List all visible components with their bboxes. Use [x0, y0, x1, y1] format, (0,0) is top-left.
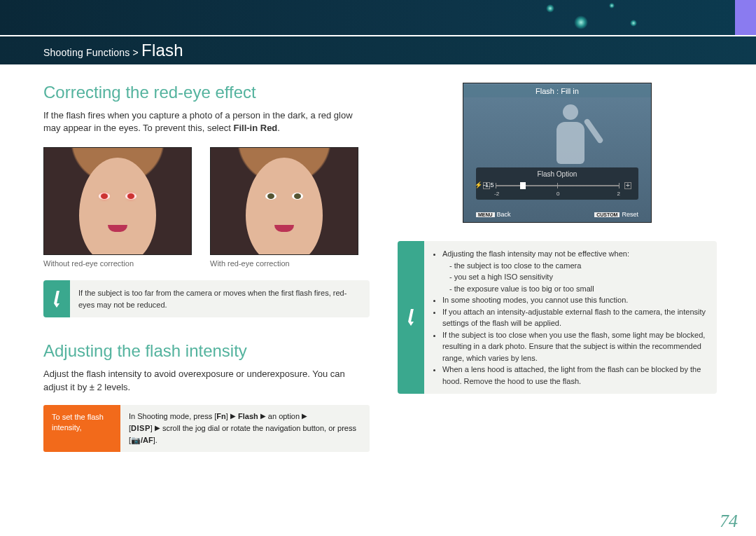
tick-0: 0 — [556, 191, 559, 197]
note2-l2: In some shooting modes, you cannot use t… — [442, 294, 708, 306]
intro-intensity: Adjust the flash intensity to avoid over… — [43, 368, 370, 393]
intro1a: If the flash fires when you capture a ph… — [43, 110, 353, 133]
right-arrow-icon: ▶ — [155, 424, 160, 432]
back-hint: MENUBack — [476, 211, 511, 218]
reset-hint: CUSTOMReset — [594, 211, 638, 218]
intro-redeye: If the flash fires when you capture a ph… — [43, 109, 370, 135]
note2-s2: you set a high ISO sensitivity — [449, 271, 708, 283]
plus-icon: + — [624, 182, 631, 189]
note2-l4: If the subject is too close when you use… — [442, 329, 708, 364]
right-arrow-icon: ▶ — [302, 412, 307, 420]
breadcrumb-sep: > — [133, 47, 139, 58]
panel-title: Flash Option — [482, 170, 633, 178]
instruction-body: In Shooting mode, press [Fn] ▶ Flash ▶ a… — [120, 405, 370, 452]
disp-key: DISP — [131, 424, 150, 432]
note-icon — [398, 241, 424, 394]
fn-key: Fn — [216, 412, 225, 420]
photo-with-correction: With red-eye correction — [210, 147, 358, 268]
slider-value: -1.5 — [483, 181, 494, 188]
page-number: 74 — [720, 511, 738, 532]
right-arrow-icon: ▶ — [230, 412, 236, 420]
note2-s3: the exposure value is too big or too sma… — [449, 283, 708, 295]
tick-2: 2 — [617, 191, 620, 197]
breadcrumb-page: Flash — [141, 41, 183, 60]
note2-l3: If you attach an intensity-adjustable ex… — [442, 306, 708, 329]
tick-neg2: -2 — [494, 191, 499, 197]
breadcrumb-section: Shooting Functions — [43, 47, 130, 58]
note-intensity-text: Adjusting the flash intensity may not be… — [424, 241, 717, 394]
note2-s1: the subject is too close to the camera — [449, 260, 708, 272]
fill-in-red-term: Fill-in Red — [233, 123, 277, 133]
note-redeye-text: If the subject is too far from the camer… — [70, 280, 370, 317]
heading-intensity: Adjusting the flash intensity — [43, 341, 370, 361]
note2-l1: Adjusting the flash intensity may not be… — [442, 248, 708, 260]
instruction-label: To set the flash intensity, — [43, 405, 120, 452]
breadcrumb: Shooting Functions > Flash — [43, 41, 183, 60]
side-tab — [735, 0, 756, 35]
camera-screen-mock: Flash : Fill in Flash Option ⚡ − + -1.5 — [463, 83, 652, 223]
flash-option-panel: Flash Option ⚡ − + -1.5 -2 0 2 — [476, 167, 638, 200]
menu-key: MENU — [476, 212, 495, 217]
note-redeye: If the subject is too far from the camer… — [43, 280, 370, 317]
cam-title: Flash : Fill in — [463, 85, 651, 97]
flash-bolt-icon: ⚡ — [475, 181, 482, 188]
photo-without-correction: Without red-eye correction — [43, 147, 192, 268]
note2-l5: When a lens hood is attached, the light … — [442, 364, 708, 387]
slider-thumb[interactable] — [520, 182, 526, 189]
right-arrow-icon: ▶ — [260, 412, 266, 420]
note-icon — [43, 280, 70, 317]
intro1c: . — [277, 123, 280, 133]
heading-redeye: Correcting the red-eye effect — [43, 83, 370, 102]
caption-with: With red-eye correction — [210, 259, 358, 268]
caption-without: Without red-eye correction — [43, 259, 192, 268]
ok-af-key: 📷/AF — [131, 436, 153, 444]
instruction-box: To set the flash intensity, In Shooting … — [43, 405, 370, 452]
note-intensity: Adjusting the flash intensity may not be… — [398, 241, 717, 394]
header-decor — [0, 0, 756, 35]
custom-key: CUSTOM — [594, 212, 620, 217]
flash-ev-slider[interactable]: ⚡ − + -1.5 — [496, 181, 619, 191]
